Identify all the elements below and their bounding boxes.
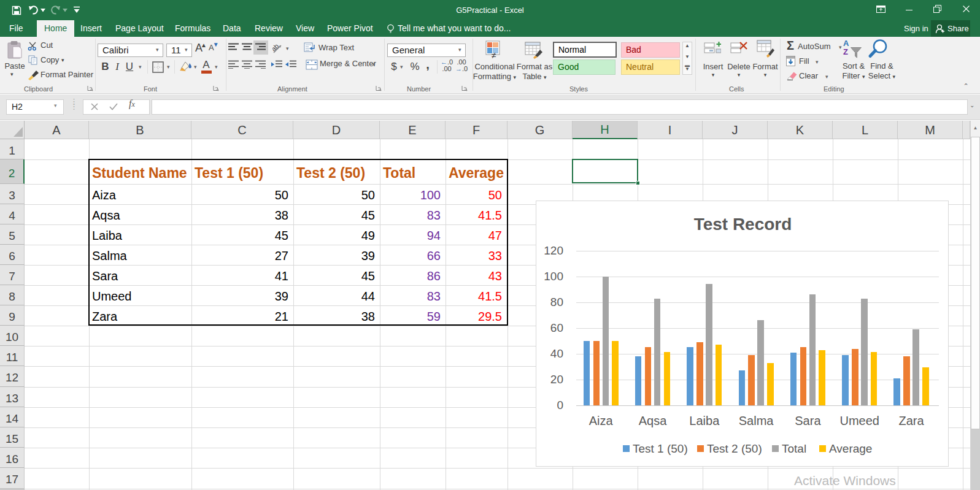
svg-text:ab: ab xyxy=(272,42,280,53)
svg-text:≠: ≠ xyxy=(492,50,496,59)
